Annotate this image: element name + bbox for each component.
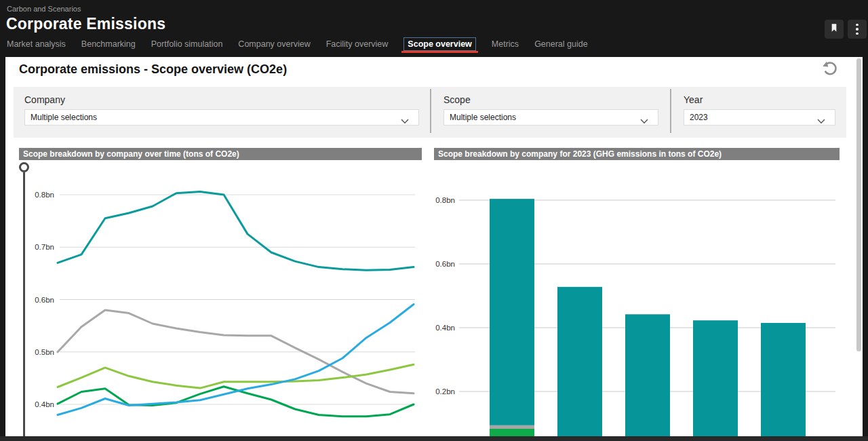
tab-market-analysis[interactable]: Market analysis — [7, 39, 66, 49]
selected-tab-underline — [401, 51, 478, 53]
bookmark-icon — [829, 22, 840, 36]
scope-over-time-line-chart[interactable]: 0.4bn0.5bn0.6bn0.7bn0.8bn — [19, 160, 422, 436]
bar-chart-title: Scope breakdown by company for 2023 (GHG… — [434, 148, 840, 160]
y-axis-tick-label: 0.5bn — [35, 348, 54, 356]
tab-company-overview[interactable]: Company overview — [238, 39, 310, 49]
window-bottom-edge — [0, 436, 868, 441]
undo-icon — [821, 60, 838, 80]
filter-bar: CompanyMultiple selectionsScopeMultiple … — [14, 87, 846, 138]
line-series-company-blue[interactable] — [58, 305, 414, 415]
filter-dropdown-company[interactable]: Multiple selections — [24, 109, 419, 126]
content-panel: Corporate emissions - Scope overview (CO… — [5, 57, 863, 436]
filter-divider — [670, 89, 671, 133]
bar-5-segment-scope-3[interactable] — [761, 323, 806, 436]
tab-benchmarking[interactable]: Benchmarking — [81, 39, 136, 49]
tab-facility-overview[interactable]: Facility overview — [326, 39, 389, 49]
filter-value: 2023 — [690, 113, 708, 122]
y-axis-tick-label: 0.6bn — [35, 296, 54, 304]
tab-portfolio-simulation[interactable]: Portfolio simulation — [151, 39, 223, 49]
bar-3-segment-scope-3[interactable] — [625, 314, 670, 436]
tab-scope-overview[interactable]: Scope overview — [403, 37, 476, 51]
line-series-company-teal[interactable] — [58, 191, 414, 270]
tab-general-guide[interactable]: General guide — [534, 39, 588, 49]
breadcrumb: Carbon and Scenarios — [7, 5, 81, 13]
page-title: Corporate emissions - Scope overview (CO… — [19, 62, 287, 77]
vertical-scrollbar[interactable] — [856, 58, 861, 351]
app-title: Corporate Emissions — [6, 15, 165, 33]
scope-2023-bar-chart[interactable]: 0.2bn0.4bn0.6bn0.8bn — [434, 163, 840, 436]
filter-label-year: Year — [684, 94, 703, 105]
filter-value: Multiple selections — [450, 113, 516, 122]
y-axis-tick-label: 0.4bn — [35, 400, 54, 408]
filter-dropdown-scope[interactable]: Multiple selections — [443, 109, 658, 126]
time-slider-line — [23, 172, 25, 436]
line-series-company-lime[interactable] — [58, 364, 414, 388]
bar-1-segment-scope-2[interactable] — [490, 425, 534, 429]
bar-4-segment-scope-3[interactable] — [693, 320, 738, 436]
y-axis-tick-label: 0.7bn — [35, 243, 54, 251]
bar-2-segment-scope-3[interactable] — [557, 287, 602, 436]
undo-button[interactable] — [819, 60, 840, 80]
filter-divider — [430, 89, 431, 133]
y-axis-tick-label: 0.2bn — [435, 387, 455, 396]
y-axis-tick-label: 0.4bn — [435, 324, 455, 332]
tab-metrics[interactable]: Metrics — [492, 39, 519, 49]
filter-label-company: Company — [24, 94, 65, 105]
bar-1-segment-scope-1[interactable] — [490, 429, 534, 436]
kebab-menu-icon — [856, 24, 859, 35]
y-axis-tick-label: 0.6bn — [435, 260, 455, 268]
filter-value: Multiple selections — [31, 113, 97, 122]
tab-bar: Market analysisBenchmarkingPortfolio sim… — [7, 35, 588, 53]
filter-dropdown-year[interactable]: 2023 — [684, 109, 835, 126]
filter-label-scope: Scope — [443, 94, 471, 105]
y-axis-tick-label: 0.8bn — [35, 191, 54, 199]
time-slider-handle[interactable] — [19, 162, 29, 172]
bar-1-segment-scope-3[interactable] — [490, 199, 534, 425]
y-axis-tick-label: 0.8bn — [435, 196, 455, 204]
line-chart-title: Scope breakdown by company over time (to… — [19, 148, 422, 160]
more-options-button[interactable] — [848, 20, 867, 39]
bookmark-button[interactable] — [825, 20, 844, 39]
